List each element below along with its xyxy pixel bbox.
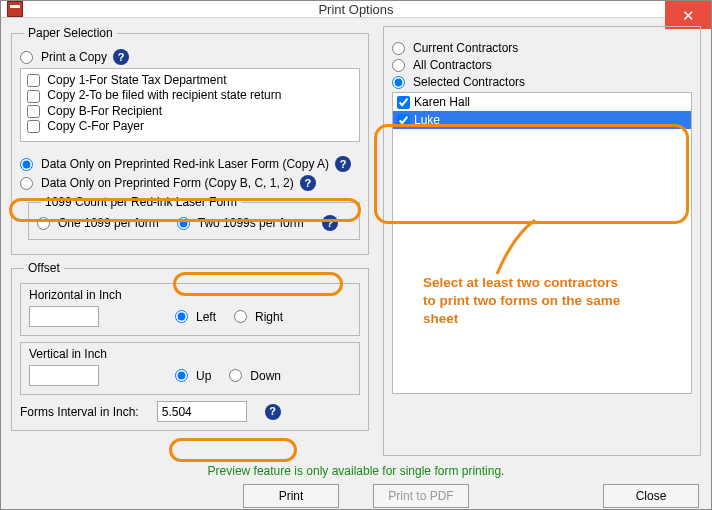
offset-vertical-box: Vertical in Inch Up Down [20,342,360,395]
count-legend: 1099 Count per Red-ink Laser Form [41,195,241,209]
window-title: Print Options [1,2,711,17]
print-a-copy-radio[interactable]: Print a Copy [20,50,107,64]
offset-horizontal-box: Horizontal in Inch Left Right [20,283,360,336]
offset-group: Offset Horizontal in Inch Left Right Ver… [11,261,369,431]
offset-down-radio[interactable]: Down [229,369,281,383]
plain-form-radio[interactable]: Data Only on Preprinted Form (Copy B, C,… [20,176,294,190]
offset-left-radio[interactable]: Left [175,310,216,324]
interval-label: Forms Interval in Inch: [20,405,139,419]
copy-checkbox[interactable]: Copy C-For Payer [27,119,144,133]
print-options-window: Print Options ✕ Paper Selection Print a … [0,0,712,510]
button-bar: Print Print to PDF Close [11,484,701,508]
list-item[interactable]: Karen Hall [393,93,691,111]
horizontal-input[interactable] [29,306,99,327]
print-pdf-button[interactable]: Print to PDF [373,484,469,508]
interval-input[interactable] [157,401,247,422]
help-icon[interactable]: ? [265,404,281,420]
count-group: 1099 Count per Red-ink Laser Form One 10… [28,195,360,240]
plain-form-label: Data Only on Preprinted Form (Copy B, C,… [41,176,294,190]
copy-checkbox[interactable]: Copy 2-To be filed with recipient state … [27,88,281,102]
vertical-input[interactable] [29,365,99,386]
red-ink-label: Data Only on Preprinted Red-ink Laser Fo… [41,157,329,171]
annotation-note: Select at least two contractors to print… [423,274,683,329]
copy-checkbox[interactable]: Copy 1-For State Tax Department [27,73,227,87]
close-button[interactable]: Close [603,484,699,508]
help-icon[interactable]: ? [335,156,351,172]
list-item[interactable]: Luke [393,111,691,129]
contractor-checkbox[interactable] [397,96,410,109]
titlebar: Print Options ✕ [1,1,711,18]
help-icon[interactable]: ? [322,215,338,231]
all-contractors-radio[interactable]: All Contractors [392,58,492,72]
preview-note: Preview feature is only available for si… [11,464,701,478]
one-per-form-radio[interactable]: One 1099 per form [37,216,159,230]
copies-list: Copy 1-For State Tax Department Copy 2-T… [20,68,360,142]
print-a-copy-label: Print a Copy [41,50,107,64]
paper-selection-legend: Paper Selection [24,26,117,40]
content-area: Paper Selection Print a Copy ? Copy 1-Fo… [1,18,711,510]
current-contractors-radio[interactable]: Current Contractors [392,41,518,55]
help-icon[interactable]: ? [300,175,316,191]
paper-selection-group: Paper Selection Print a Copy ? Copy 1-Fo… [11,26,369,255]
contractors-group: Current Contractors All Contractors Sele… [383,26,701,456]
contractor-checkbox[interactable] [397,114,410,127]
vertical-label: Vertical in Inch [29,347,351,361]
horizontal-label: Horizontal in Inch [29,288,351,302]
copy-checkbox[interactable]: Copy B-For Recipient [27,104,162,118]
offset-right-radio[interactable]: Right [234,310,283,324]
red-ink-radio[interactable]: Data Only on Preprinted Red-ink Laser Fo… [20,157,329,171]
offset-up-radio[interactable]: Up [175,369,211,383]
print-button[interactable]: Print [243,484,339,508]
contractors-list[interactable]: Karen Hall Luke [392,92,692,394]
selected-contractors-radio[interactable]: Selected Contractors [392,75,525,89]
help-icon[interactable]: ? [113,49,129,65]
two-per-form-radio[interactable]: Two 1099s per form [177,216,304,230]
offset-legend: Offset [24,261,64,275]
